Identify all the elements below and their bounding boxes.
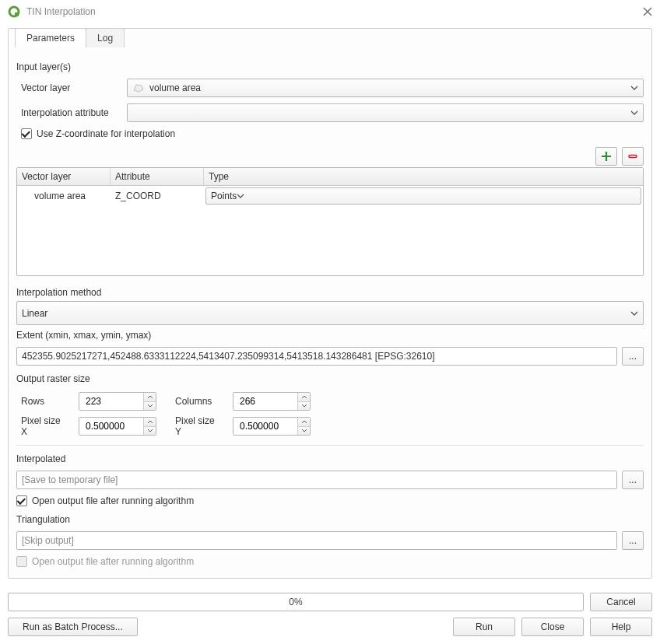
cancel-label: Cancel — [606, 597, 635, 607]
dialog-body: Parameters Log Input layer(s) Vector lay… — [0, 23, 660, 586]
table-header: Vector layer Attribute Type — [17, 168, 643, 186]
extent-browse-button[interactable]: ... — [622, 347, 644, 366]
pxy-spin[interactable] — [233, 417, 311, 436]
spin-down[interactable] — [298, 402, 310, 411]
label-vector-layer: Vector layer — [21, 82, 127, 93]
progress-value: 0% — [289, 597, 302, 607]
label-columns: Columns — [175, 396, 222, 407]
spin-down[interactable] — [144, 427, 156, 436]
caret-down-icon — [630, 110, 638, 115]
section-extent: Extent (xmin, xmax, ymin, ymax) — [16, 330, 644, 341]
close-label: Close — [541, 621, 565, 632]
use-z-checkbox[interactable] — [21, 128, 32, 139]
help-button[interactable]: Help — [590, 618, 652, 636]
open-after-2-label: Open output file after running algorithm — [32, 556, 194, 567]
spin-up[interactable] — [144, 418, 156, 427]
tab-log-label: Log — [97, 33, 113, 44]
th-type: Type — [204, 168, 643, 185]
spin-up[interactable] — [298, 393, 310, 402]
interp-attr-select[interactable] — [127, 103, 644, 122]
interpolated-value[interactable] — [22, 474, 612, 485]
columns-value[interactable] — [238, 395, 293, 408]
row-type-value: Points — [211, 191, 237, 201]
batch-label: Run as Batch Process... — [23, 621, 123, 632]
interpolated-browse-button[interactable]: ... — [622, 471, 644, 489]
caret-down-icon — [630, 86, 638, 90]
pxy-value[interactable] — [238, 420, 293, 432]
window: TIN Interpolation Parameters Log Input l… — [0, 0, 660, 644]
caret-down-icon — [237, 194, 244, 198]
footer: 0% Cancel Run as Batch Process... Run Cl… — [0, 586, 660, 644]
triangulation-browse-button[interactable]: ... — [622, 531, 644, 550]
tab-parameters[interactable]: Parameters — [15, 28, 86, 47]
row-type-select[interactable]: Points — [205, 187, 641, 205]
columns-spin[interactable] — [233, 392, 311, 411]
close-icon[interactable] — [643, 7, 652, 16]
plus-icon — [601, 151, 612, 162]
qgis-logo-icon — [8, 5, 20, 18]
interpolated-input[interactable] — [16, 471, 617, 489]
extent-value[interactable] — [22, 351, 612, 362]
section-input-layers: Input layer(s) — [16, 61, 644, 72]
section-output-size: Output raster size — [16, 373, 644, 384]
vector-layer-select[interactable]: volume area — [127, 79, 644, 97]
close-button[interactable]: Close — [521, 618, 584, 636]
batch-button[interactable]: Run as Batch Process... — [8, 618, 138, 636]
extent-input[interactable] — [16, 347, 617, 366]
use-z-label: Use Z-coordinate for interpolation — [37, 128, 175, 139]
th-attribute: Attribute — [111, 168, 204, 185]
window-title: TIN Interpolation — [26, 6, 643, 17]
spin-down[interactable] — [298, 427, 310, 436]
section-interp-method: Interpolation method — [16, 287, 644, 298]
triangulation-input[interactable] — [16, 531, 617, 550]
td-attribute: Z_COORD — [111, 187, 204, 205]
cancel-button[interactable]: Cancel — [590, 593, 652, 611]
main-panel: Parameters Log Input layer(s) Vector lay… — [8, 28, 652, 579]
label-pxx: Pixel size X — [21, 415, 68, 437]
td-vector: volume area — [17, 187, 111, 205]
rows-spin[interactable] — [79, 392, 156, 411]
open-after-2-checkbox — [16, 556, 27, 567]
interp-method-select[interactable]: Linear — [16, 301, 644, 325]
pxx-spin[interactable] — [79, 417, 156, 436]
pxx-value[interactable] — [84, 420, 139, 432]
polygon-icon — [132, 83, 145, 93]
titlebar: TIN Interpolation — [0, 0, 660, 23]
vector-layer-selected: volume area — [149, 82, 201, 93]
label-rows: Rows — [21, 396, 68, 407]
progress-bar: 0% — [8, 593, 584, 611]
label-interp-attr: Interpolation attribute — [21, 107, 127, 118]
open-after-1-checkbox[interactable] — [16, 495, 27, 506]
tab-parameters-label: Parameters — [26, 33, 75, 44]
label-pxy: Pixel size Y — [175, 415, 222, 437]
spin-down[interactable] — [144, 402, 156, 411]
spin-up[interactable] — [144, 393, 156, 402]
caret-down-icon — [630, 311, 638, 316]
th-vector: Vector layer — [17, 168, 111, 185]
remove-layer-button[interactable] — [622, 147, 644, 166]
dots-label: ... — [629, 351, 637, 362]
layers-table: Vector layer Attribute Type volume area … — [16, 167, 644, 276]
open-after-1-label: Open output file after running algorithm — [32, 495, 194, 506]
dots-label: ... — [629, 535, 637, 546]
table-row[interactable]: volume area Z_COORD Points — [17, 186, 643, 206]
minus-icon — [627, 151, 638, 162]
run-button[interactable]: Run — [453, 618, 515, 636]
section-interpolated: Interpolated — [16, 453, 644, 464]
tab-bar: Parameters Log — [15, 28, 124, 47]
svg-rect-2 — [629, 156, 637, 158]
add-layer-button[interactable] — [595, 147, 617, 166]
spin-up[interactable] — [298, 418, 310, 427]
run-label: Run — [476, 621, 493, 632]
dots-label: ... — [629, 474, 637, 485]
rows-value[interactable] — [84, 395, 139, 408]
tab-log[interactable]: Log — [86, 28, 125, 47]
svg-rect-1 — [15, 12, 19, 16]
help-label: Help — [612, 621, 631, 632]
triangulation-value[interactable] — [22, 535, 612, 546]
section-triangulation: Triangulation — [16, 514, 644, 525]
interp-method-value: Linear — [22, 308, 47, 319]
